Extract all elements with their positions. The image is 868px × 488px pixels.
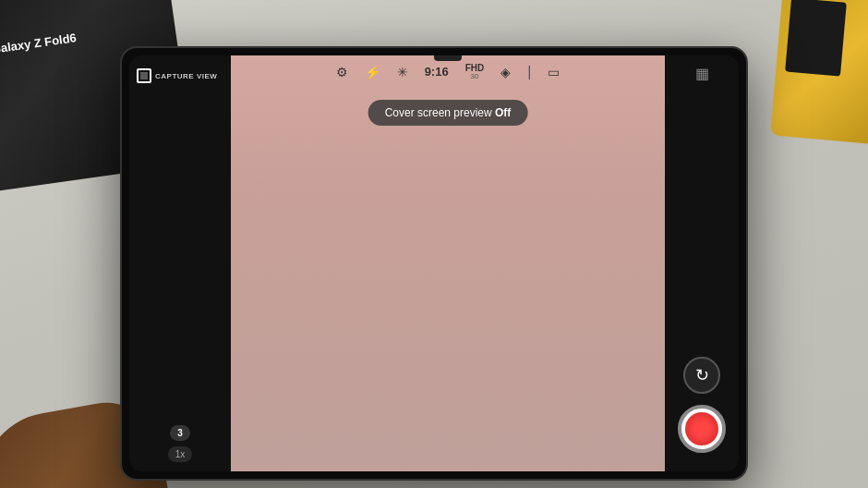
shutter-button-inner <box>685 412 718 445</box>
wooden-object-inner <box>785 0 847 77</box>
hinge-indicator <box>434 55 462 61</box>
aspect-ratio-icon[interactable] <box>548 65 560 79</box>
capture-view-icon <box>137 68 151 83</box>
cover-screen-preview-toast[interactable]: Cover screen preview Off <box>368 100 528 126</box>
phone-box-label: Galaxy Z Fold6 <box>0 30 78 56</box>
layers-icon[interactable] <box>500 65 511 79</box>
timer-icon[interactable] <box>397 65 408 79</box>
shutter-button[interactable] <box>678 405 726 453</box>
grid-icon: ▦ <box>695 65 709 82</box>
zoom-3x[interactable]: 3 <box>170 425 190 441</box>
zoom-1x[interactable]: 1x <box>168 446 193 462</box>
separator: | <box>527 64 531 80</box>
left-sidebar: CAPTURE VIEW 3 1x <box>129 55 231 471</box>
flip-camera-button[interactable]: ↻ <box>683 357 720 394</box>
right-sidebar-controls: ↻ <box>678 357 726 462</box>
capture-view-label: CAPTURE VIEW <box>135 65 225 87</box>
right-sidebar: ▦ ↻ <box>665 55 739 471</box>
gear-icon[interactable] <box>336 65 348 79</box>
camera-viewport: 9:16 FHD 30 | Cover screen preview Off <box>231 55 665 471</box>
wooden-object <box>770 0 868 145</box>
phone-device: CAPTURE VIEW 3 1x 9:16 FHD 30 | <box>120 46 748 481</box>
flip-camera-icon: ↻ <box>695 365 709 385</box>
phone-screen: CAPTURE VIEW 3 1x 9:16 FHD 30 | <box>129 55 739 471</box>
video-quality-display: FHD 30 <box>465 63 485 81</box>
sidebar-zoom-controls: 3 1x <box>135 425 225 462</box>
flash-icon[interactable] <box>365 65 380 79</box>
aspect-ratio-display: 9:16 <box>425 65 449 79</box>
